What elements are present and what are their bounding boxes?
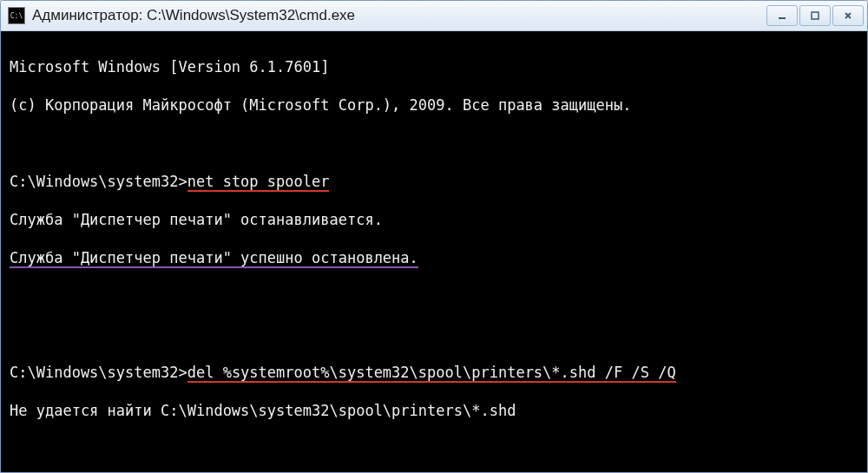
console-line: Microsoft Windows [Version 6.1.7601] [10,57,858,76]
command-output: Служба "Диспетчер печати" успешно остано… [10,249,418,268]
console-line: Не удается найти C:\Windows\system32\spo… [10,401,858,420]
close-icon [843,10,853,21]
prompt: C:\Windows\system32> [10,173,187,190]
console-blank [10,439,858,458]
console-blank [10,286,858,305]
console-blank [10,325,858,344]
command-input: net stop spooler [187,173,330,192]
console-line: Служба "Диспетчер печати" останавливаетс… [10,210,858,229]
svg-rect-1 [812,12,819,19]
minimize-icon [777,10,787,21]
console-line: C:\Windows\system32>net stop spooler [10,172,858,191]
console-area[interactable]: Microsoft Windows [Version 6.1.7601] (c)… [1,31,867,472]
console-blank [10,134,858,153]
close-button[interactable] [832,5,864,26]
svg-rect-0 [779,17,786,19]
command-input: del %systemroot%\system32\spool\printers… [187,364,676,383]
maximize-icon [810,10,820,21]
console-line: C:\Windows\system32>del %systemroot%\sys… [10,363,858,382]
titlebar[interactable]: C:\ Администратор: C:\Windows\System32\c… [1,1,867,31]
console-line: Служба "Диспетчер печати" успешно остано… [10,248,858,267]
prompt: C:\Windows\system32> [10,364,187,381]
cmd-window: C:\ Администратор: C:\Windows\System32\c… [0,0,868,473]
window-title: Администратор: C:\Windows\System32\cmd.e… [32,7,766,24]
window-controls [766,5,864,26]
console-line: (c) Корпорация Майкрософт (Microsoft Cor… [10,95,858,115]
cmd-icon: C:\ [8,7,25,24]
minimize-button[interactable] [766,5,798,26]
maximize-button[interactable] [799,5,831,26]
